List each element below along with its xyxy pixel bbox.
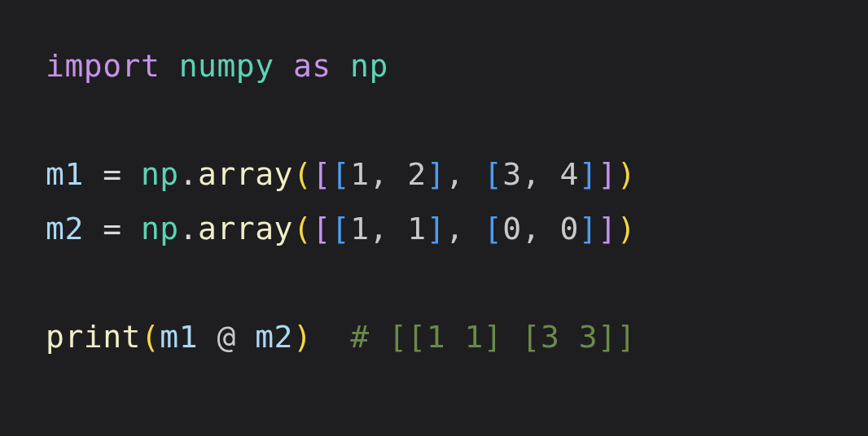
bracket-close-outer: ] (598, 211, 616, 246)
keyword-import: import (46, 48, 160, 84)
bracket-open-inner: [ (331, 211, 350, 246)
comma: , (445, 156, 464, 192)
comma: , (522, 156, 541, 192)
var-m2: m2 (46, 211, 84, 246)
bracket-open-outer: [ (312, 211, 331, 246)
keyword-as: as (293, 48, 331, 84)
paren-close: ) (617, 211, 636, 246)
paren-close: ) (617, 156, 636, 192)
num: 1 (350, 156, 369, 192)
fn-array: array (198, 156, 293, 192)
comma: , (445, 211, 464, 246)
bracket-close-inner: ] (427, 211, 445, 246)
bracket-open-inner: [ (484, 211, 502, 246)
num: 3 (502, 156, 521, 192)
dot: . (179, 156, 198, 192)
bracket-close-inner: ] (427, 156, 445, 192)
paren-open: ( (293, 156, 312, 192)
num: 0 (559, 211, 578, 246)
line-4: m2 = np.array([[1, 1], [0, 0]]) (46, 211, 636, 246)
paren-open: ( (293, 211, 312, 246)
comment: # [[1 1] [3 3]] (350, 319, 636, 355)
assign-op: = (103, 156, 121, 192)
arg-m1: m1 (160, 319, 198, 355)
assign-op: = (103, 211, 121, 246)
arg-m2: m2 (255, 319, 293, 355)
num: 0 (502, 211, 521, 246)
bracket-close-outer: ] (598, 156, 616, 192)
num: 4 (559, 156, 578, 192)
alias-name: np (350, 48, 388, 84)
np-ref: np (141, 156, 179, 192)
bracket-open-inner: [ (331, 156, 350, 192)
comma: , (370, 156, 388, 192)
line-1: import numpy as np (46, 48, 388, 84)
var-m1: m1 (46, 156, 84, 192)
num: 1 (407, 211, 426, 246)
bracket-open-outer: [ (312, 156, 331, 192)
np-ref: np (141, 211, 179, 246)
code-block: import numpy as np m1 = np.array([[1, 2]… (46, 39, 829, 364)
dot: . (179, 211, 198, 246)
line-6: print(m1 @ m2) # [[1 1] [3 3]] (46, 319, 636, 355)
line-3: m1 = np.array([[1, 2], [3, 4]]) (46, 156, 636, 192)
paren-close: ) (293, 319, 312, 355)
fn-array: array (198, 211, 293, 246)
num: 2 (407, 156, 426, 192)
matmul-op: @ (217, 319, 235, 355)
comma: , (522, 211, 541, 246)
bracket-open-inner: [ (484, 156, 502, 192)
bracket-close-inner: ] (579, 156, 598, 192)
paren-open: ( (141, 319, 160, 355)
fn-print: print (46, 319, 141, 355)
comma: , (370, 211, 388, 246)
module-name: numpy (179, 48, 274, 84)
num: 1 (350, 211, 369, 246)
bracket-close-inner: ] (579, 211, 598, 246)
